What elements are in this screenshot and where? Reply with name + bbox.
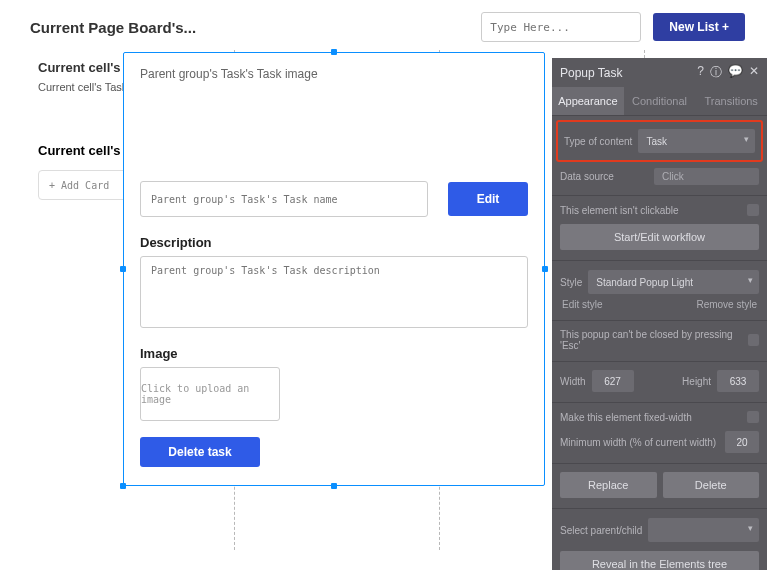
style-select[interactable]: Standard Popup Light <box>588 270 759 294</box>
data-source-value[interactable]: Click <box>654 168 759 185</box>
description-heading: Description <box>140 235 528 250</box>
fixed-width-checkbox[interactable] <box>747 411 759 423</box>
replace-button[interactable]: Replace <box>560 472 657 498</box>
tab-conditional[interactable]: Conditional <box>624 87 696 115</box>
type-here-input[interactable] <box>481 12 641 42</box>
resize-handle-top[interactable] <box>331 49 337 55</box>
task-name-input[interactable] <box>140 181 428 217</box>
delete-task-button[interactable]: Delete task <box>140 437 260 467</box>
tab-transitions[interactable]: Transitions <box>695 87 767 115</box>
style-label: Style <box>560 277 582 288</box>
inspector-panel: Popup Task ? ⓘ 💬 ✕ Appearance Conditiona… <box>552 58 767 570</box>
resize-handle-bottom-left[interactable] <box>120 483 126 489</box>
tab-appearance[interactable]: Appearance <box>552 87 624 115</box>
min-width-input[interactable] <box>725 431 759 453</box>
esc-checkbox[interactable] <box>748 334 759 346</box>
esc-note-label: This popup can't be closed by pressing '… <box>560 329 748 351</box>
new-list-button[interactable]: New List + <box>653 13 745 41</box>
description-input[interactable] <box>140 256 528 328</box>
inspector-title: Popup Task <box>560 66 697 80</box>
start-edit-workflow-button[interactable]: Start/Edit workflow <box>560 224 759 250</box>
resize-handle-bottom[interactable] <box>331 483 337 489</box>
height-input[interactable] <box>717 370 759 392</box>
type-of-content-label: Type of content <box>564 136 632 147</box>
info-icon[interactable]: ⓘ <box>710 64 722 81</box>
resize-handle-left[interactable] <box>120 266 126 272</box>
resize-handle-right[interactable] <box>542 266 548 272</box>
width-input[interactable] <box>592 370 634 392</box>
select-parent-select[interactable] <box>648 518 759 542</box>
not-clickable-checkbox[interactable] <box>747 204 759 216</box>
image-heading: Image <box>140 346 528 361</box>
comment-icon[interactable]: 💬 <box>728 64 743 81</box>
task-image-label: Parent group's Task's Task image <box>140 67 528 81</box>
not-clickable-label: This element isn't clickable <box>560 205 679 216</box>
type-of-content-select[interactable]: Task <box>638 129 755 153</box>
help-icon[interactable]: ? <box>697 64 704 81</box>
page-title: Current Page Board's... <box>30 19 469 36</box>
delete-button[interactable]: Delete <box>663 472 760 498</box>
height-label: Height <box>682 376 711 387</box>
edit-button[interactable]: Edit <box>448 182 528 216</box>
popup-task-element[interactable]: Parent group's Task's Task image Edit De… <box>123 52 545 486</box>
close-icon[interactable]: ✕ <box>749 64 759 81</box>
image-upload[interactable]: Click to upload an image <box>140 367 280 421</box>
min-width-label: Minimum width (% of current width) <box>560 437 716 448</box>
reveal-button[interactable]: Reveal in the Elements tree <box>560 551 759 570</box>
width-label: Width <box>560 376 586 387</box>
edit-style-link[interactable]: Edit style <box>562 299 603 310</box>
remove-style-link[interactable]: Remove style <box>696 299 757 310</box>
select-parent-label: Select parent/child <box>560 525 642 536</box>
data-source-label: Data source <box>560 171 614 182</box>
fixed-width-label: Make this element fixed-width <box>560 412 692 423</box>
